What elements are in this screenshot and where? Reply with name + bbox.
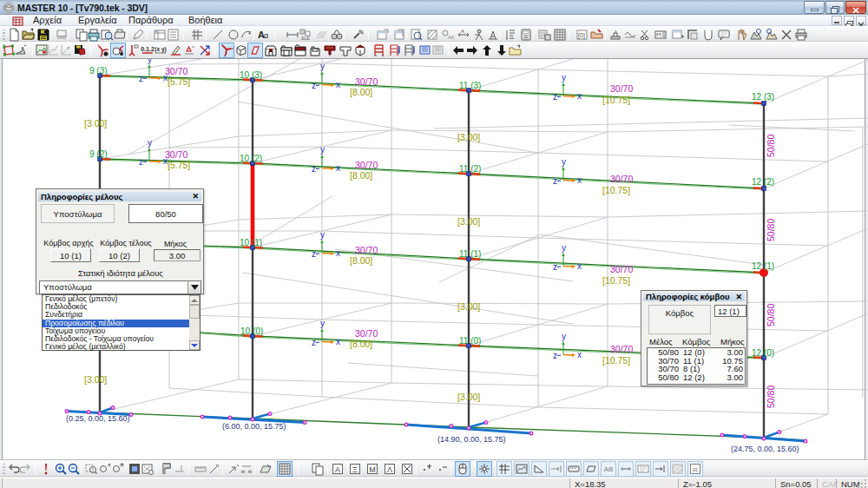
svg-text:x: x <box>577 261 582 271</box>
svg-text:[10.75]: [10.75] <box>602 275 630 286</box>
svg-text:30/70: 30/70 <box>355 76 378 87</box>
svg-text:11 (0): 11 (0) <box>459 336 481 346</box>
svg-text:[3.00]: [3.00] <box>457 301 480 312</box>
svg-text:[3.00]: [3.00] <box>457 392 480 402</box>
svg-text:30/70: 30/70 <box>355 245 378 255</box>
svg-text:Λ: Λ <box>387 465 392 474</box>
svg-text:(0.25, 0.00, 15.60): (0.25, 0.00, 15.60) <box>66 414 130 423</box>
svg-text:[5.75]: [5.75] <box>168 76 190 87</box>
svg-text:AK: AK <box>448 35 455 40</box>
svg-text:x: x <box>336 337 340 346</box>
svg-text:z: z <box>312 81 316 90</box>
svg-text:30/70: 30/70 <box>610 264 633 274</box>
svg-text:x: x <box>577 175 582 185</box>
svg-text:[8.00]: [8.00] <box>350 255 372 266</box>
svg-text:12 (0): 12 (0) <box>752 348 774 358</box>
svg-text:x: x <box>336 163 340 173</box>
svg-text:11 (2): 11 (2) <box>459 164 481 174</box>
svg-text:y: y <box>320 145 325 155</box>
svg-text:z: z <box>553 92 557 102</box>
svg-text:α: α <box>264 31 268 40</box>
svg-text:z: z <box>139 157 143 167</box>
svg-text:0.1.2: 0.1.2 <box>141 46 155 52</box>
svg-text:[3.00]: [3.00] <box>457 216 480 227</box>
svg-text:y: y <box>562 73 566 82</box>
svg-text:x: x <box>577 350 582 359</box>
svg-text:z: z <box>553 176 557 186</box>
svg-text:[10.75]: [10.75] <box>602 355 630 366</box>
svg-text:50/80: 50/80 <box>766 304 776 326</box>
svg-text:[8.00]: [8.00] <box>350 87 372 97</box>
svg-text:12 (1): 12 (1) <box>752 261 774 271</box>
svg-text:9 (3): 9 (3) <box>89 66 108 76</box>
svg-text:30/70: 30/70 <box>610 174 633 184</box>
svg-text:[8.00]: [8.00] <box>350 170 372 181</box>
svg-text:30/70: 30/70 <box>610 344 633 354</box>
svg-text:Ξ: Ξ <box>352 465 358 474</box>
svg-text:y: y <box>320 230 325 240</box>
svg-text:x: x <box>163 73 168 82</box>
svg-text:10 (2): 10 (2) <box>240 154 262 163</box>
svg-text:10 (3): 10 (3) <box>240 70 262 80</box>
svg-text:[3.00]: [3.00] <box>84 118 107 129</box>
svg-text:z: z <box>312 164 316 174</box>
svg-text:12 (2): 12 (2) <box>752 177 774 187</box>
svg-text:30/70: 30/70 <box>165 66 187 76</box>
svg-text:z: z <box>553 262 557 272</box>
svg-text:AB: AB <box>604 465 614 473</box>
svg-text:x: x <box>336 248 340 258</box>
svg-text:y: y <box>562 157 566 167</box>
svg-text:y: y <box>320 62 325 71</box>
svg-text:[3.00]: [3.00] <box>84 374 107 385</box>
svg-text:x: x <box>577 91 582 101</box>
svg-text:11 (3): 11 (3) <box>459 81 481 90</box>
svg-text:[10.75]: [10.75] <box>602 95 630 105</box>
svg-text:12 (3): 12 (3) <box>752 92 774 102</box>
svg-text:50/80: 50/80 <box>766 386 776 408</box>
svg-text:y: y <box>320 319 325 328</box>
svg-text:[5.75]: [5.75] <box>168 160 190 170</box>
svg-text:30/70: 30/70 <box>610 83 633 94</box>
svg-text:x: x <box>163 156 168 166</box>
svg-text:A: A <box>461 29 464 34</box>
svg-text:[3.00]: [3.00] <box>457 132 480 142</box>
svg-text:A: A <box>335 465 340 474</box>
svg-text:50/80: 50/80 <box>766 219 776 241</box>
svg-text:R: R <box>693 466 698 474</box>
svg-text:9 (2): 9 (2) <box>89 149 108 159</box>
svg-text:(6.00, 0.00, 15.75): (6.00, 0.00, 15.75) <box>222 422 286 431</box>
svg-text:10 (0): 10 (0) <box>240 326 263 336</box>
svg-text:50/80: 50/80 <box>766 135 776 157</box>
svg-text:10 (1): 10 (1) <box>240 238 262 247</box>
svg-text:11 (1): 11 (1) <box>459 249 481 259</box>
svg-text:(24.75, 0.00, 15.60): (24.75, 0.00, 15.60) <box>731 445 799 453</box>
svg-text:30/70: 30/70 <box>165 149 187 160</box>
svg-text:z: z <box>553 351 557 360</box>
svg-text:ELE: ELE <box>301 36 310 41</box>
svg-text:z: z <box>312 249 316 259</box>
svg-text:30/70: 30/70 <box>355 160 378 170</box>
svg-text:y: y <box>148 138 152 148</box>
svg-text:y: y <box>562 243 566 253</box>
svg-text:30/70: 30/70 <box>355 328 378 339</box>
svg-text:z: z <box>139 74 143 83</box>
svg-text:y: y <box>562 332 566 341</box>
svg-text:M: M <box>369 465 376 474</box>
svg-text:(x y): (x y) <box>155 46 166 53</box>
svg-text:[8.00]: [8.00] <box>350 339 372 349</box>
svg-text:[10.75]: [10.75] <box>602 185 630 195</box>
svg-text:CAD: CAD <box>57 35 67 40</box>
svg-text:[0]: [0] <box>578 32 585 39</box>
svg-text:z: z <box>312 338 316 347</box>
svg-text:(14.90, 0.00, 15.75): (14.90, 0.00, 15.75) <box>437 435 506 444</box>
svg-text:x: x <box>336 80 340 89</box>
